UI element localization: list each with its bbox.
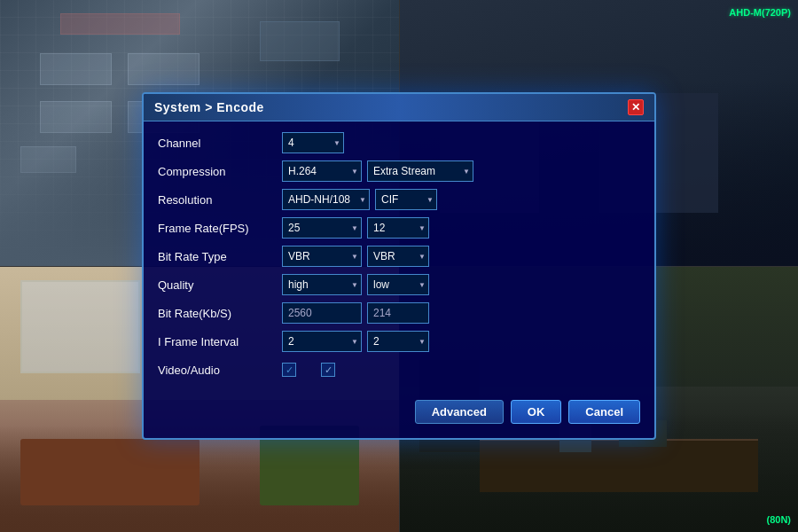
compression-extra-wrapper: Extra Stream — [367, 160, 473, 182]
close-button[interactable]: ✕ — [628, 99, 644, 115]
cancel-button[interactable]: Cancel — [568, 400, 640, 424]
quality-controls: high low — [282, 274, 640, 295]
video-audio-extra-checkbox[interactable] — [321, 363, 335, 377]
frame-rate-controls: 25 12 — [282, 217, 640, 239]
i-frame-extra-select[interactable]: 2 — [367, 331, 429, 352]
resolution-main-wrapper: AHD-NH/108 — [282, 189, 370, 210]
bit-rate-type-extra-wrapper: VBR — [367, 246, 429, 267]
quality-label: Quality — [158, 278, 282, 292]
dialog-overlay: System > Encode ✕ Channel 4 Compression — [0, 0, 798, 532]
compression-label: Compression — [158, 165, 282, 178]
video-audio-main-checkbox[interactable] — [282, 363, 296, 377]
frame-rate-extra-select[interactable]: 12 — [367, 217, 429, 239]
frame-rate-label: Frame Rate(FPS) — [158, 222, 282, 235]
quality-main-select[interactable]: high — [282, 274, 362, 295]
resolution-label: Resolution — [158, 193, 282, 207]
compression-main-wrapper: H.264 — [282, 160, 362, 182]
compression-row: Compression H.264 Extra Stream — [158, 159, 640, 184]
bit-rate-type-row: Bit Rate Type VBR VBR — [158, 244, 640, 269]
i-frame-main-select[interactable]: 2 — [282, 331, 362, 352]
bit-rate-type-controls: VBR VBR — [282, 246, 640, 267]
i-frame-main-wrapper: 2 — [282, 331, 362, 352]
frame-rate-main-wrapper: 25 — [282, 217, 362, 239]
resolution-controls: AHD-NH/108 CIF — [282, 189, 640, 210]
compression-extra-select[interactable]: Extra Stream — [367, 160, 473, 182]
i-frame-label: I Frame Interval — [158, 335, 282, 348]
advanced-button[interactable]: Advanced — [415, 400, 504, 424]
bit-rate-label: Bit Rate(Kb/S) — [158, 307, 282, 320]
resolution-row: Resolution AHD-NH/108 CIF — [158, 187, 640, 212]
video-audio-row: Video/Audio — [158, 357, 640, 382]
quality-row: Quality high low — [158, 272, 640, 297]
compression-main-select[interactable]: H.264 — [282, 160, 362, 182]
i-frame-controls: 2 2 — [282, 331, 640, 352]
i-frame-extra-wrapper: 2 — [367, 331, 429, 352]
channel-row: Channel 4 — [158, 130, 640, 155]
bit-rate-extra-value: 214 — [367, 302, 429, 324]
video-audio-controls — [282, 363, 640, 377]
bit-rate-type-label: Bit Rate Type — [158, 250, 282, 263]
frame-rate-extra-wrapper: 12 — [367, 217, 429, 239]
quality-extra-select[interactable]: low — [367, 274, 429, 295]
i-frame-row: I Frame Interval 2 2 — [158, 329, 640, 354]
dialog-titlebar: System > Encode ✕ — [144, 94, 654, 121]
dialog-body: Channel 4 Compression H.264 — [144, 121, 654, 438]
ok-button[interactable]: OK — [511, 400, 562, 424]
quality-extra-wrapper: low — [367, 274, 429, 295]
video-audio-label: Video/Audio — [158, 364, 282, 377]
encode-dialog: System > Encode ✕ Channel 4 Compression — [142, 92, 656, 440]
bit-rate-type-extra-select[interactable]: VBR — [367, 246, 429, 267]
resolution-extra-select[interactable]: CIF — [375, 189, 437, 210]
frame-rate-row: Frame Rate(FPS) 25 12 — [158, 215, 640, 240]
channel-label: Channel — [158, 137, 282, 150]
quality-main-wrapper: high — [282, 274, 362, 295]
bit-rate-type-main-wrapper: VBR — [282, 246, 362, 267]
resolution-extra-wrapper: CIF — [375, 189, 437, 210]
frame-rate-main-select[interactable]: 25 — [282, 217, 362, 239]
channel-controls: 4 — [282, 132, 640, 153]
channel-select-wrapper: 4 — [282, 132, 344, 153]
channel-select[interactable]: 4 — [282, 132, 344, 153]
bit-rate-row: Bit Rate(Kb/S) 2560 214 — [158, 301, 640, 325]
dialog-title: System > Encode — [154, 100, 264, 114]
compression-controls: H.264 Extra Stream — [282, 160, 640, 182]
resolution-main-select[interactable]: AHD-NH/108 — [282, 189, 370, 210]
dialog-buttons: Advanced OK Cancel — [158, 393, 640, 424]
bit-rate-type-main-select[interactable]: VBR — [282, 246, 362, 267]
bit-rate-controls: 2560 214 — [282, 302, 640, 324]
bit-rate-main-value: 2560 — [282, 302, 362, 324]
